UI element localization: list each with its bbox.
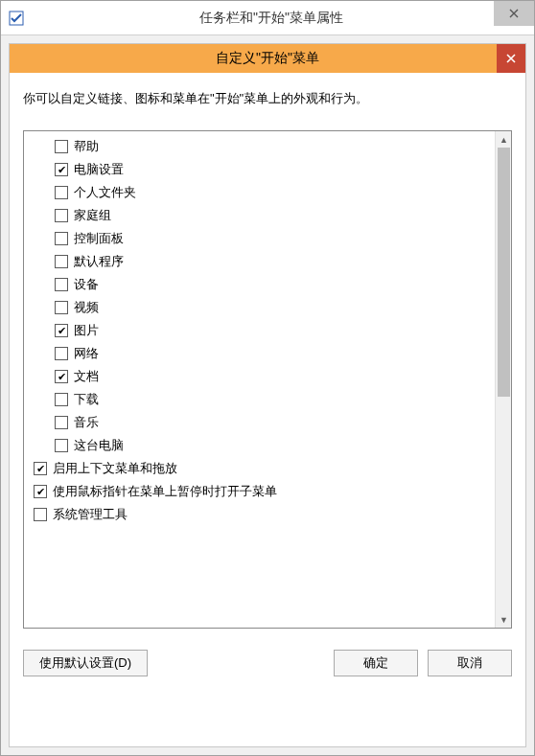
list-item-label: 控制面板 <box>74 230 124 247</box>
checkbox[interactable] <box>55 370 68 383</box>
outer-titlebar: 任务栏和"开始"菜单属性 <box>1 1 534 35</box>
list-item[interactable]: 帮助 <box>26 135 493 158</box>
list-item[interactable]: 下载 <box>26 388 493 411</box>
checkbox[interactable] <box>55 324 68 337</box>
list-item-label: 电脑设置 <box>74 161 124 178</box>
checkbox[interactable] <box>34 485 47 498</box>
checkbox[interactable] <box>55 278 68 291</box>
inner-area: 自定义"开始"菜单 你可以自定义链接、图标和菜单在"开始"菜单上的外观和行为。 … <box>1 35 534 755</box>
list-item[interactable]: 电脑设置 <box>26 158 493 181</box>
checkbox[interactable] <box>55 416 68 429</box>
list-item-label: 下载 <box>74 391 99 408</box>
list-item-label: 家庭组 <box>74 207 111 224</box>
inner-close-button[interactable] <box>497 44 525 73</box>
list-item-label: 这台电脑 <box>74 437 124 454</box>
dialog-body: 你可以自定义链接、图标和菜单在"开始"菜单上的外观和行为。 帮助电脑设置个人文件… <box>10 73 525 746</box>
scroll-down-button[interactable]: ▼ <box>496 611 512 628</box>
use-defaults-button[interactable]: 使用默认设置(D) <box>23 650 148 676</box>
checkbox[interactable] <box>34 508 47 521</box>
checkbox[interactable] <box>55 347 68 360</box>
list-item[interactable]: 设备 <box>26 273 493 296</box>
list-item[interactable]: 使用鼠标指针在菜单上暂停时打开子菜单 <box>26 480 493 503</box>
list-item[interactable]: 视频 <box>26 296 493 319</box>
checkbox[interactable] <box>55 232 68 245</box>
checkbox[interactable] <box>55 255 68 268</box>
list-item[interactable]: 这台电脑 <box>26 434 493 457</box>
list-item-label: 音乐 <box>74 414 99 431</box>
listbox-content: 帮助电脑设置个人文件夹家庭组控制面板默认程序设备视频图片网络文档下载音乐这台电脑… <box>24 131 495 628</box>
list-item-label: 帮助 <box>74 138 99 155</box>
list-item-label: 视频 <box>74 299 99 316</box>
scroll-thumb[interactable] <box>498 148 510 397</box>
inner-titlebar: 自定义"开始"菜单 <box>10 44 525 73</box>
list-item[interactable]: 启用上下文菜单和拖放 <box>26 457 493 480</box>
close-icon <box>509 9 519 18</box>
outer-dialog: 任务栏和"开始"菜单属性 自定义"开始"菜单 你可以自定义链接、图标和菜单在"开… <box>0 0 535 756</box>
inner-dialog: 自定义"开始"菜单 你可以自定义链接、图标和菜单在"开始"菜单上的外观和行为。 … <box>9 43 526 747</box>
inner-title: 自定义"开始"菜单 <box>216 50 319 67</box>
list-item[interactable]: 音乐 <box>26 411 493 434</box>
checkbox[interactable] <box>55 186 68 199</box>
list-item-label: 设备 <box>74 276 99 293</box>
ok-button[interactable]: 确定 <box>334 650 418 676</box>
list-item[interactable]: 个人文件夹 <box>26 181 493 204</box>
list-item[interactable]: 网络 <box>26 342 493 365</box>
cancel-button[interactable]: 取消 <box>428 650 512 676</box>
list-item-label: 个人文件夹 <box>74 184 136 201</box>
outer-title: 任务栏和"开始"菜单属性 <box>9 10 534 27</box>
options-listbox: 帮助电脑设置个人文件夹家庭组控制面板默认程序设备视频图片网络文档下载音乐这台电脑… <box>23 130 512 629</box>
checkbox[interactable] <box>55 393 68 406</box>
button-row: 使用默认设置(D) 确定 取消 <box>23 650 512 676</box>
list-item[interactable]: 文档 <box>26 365 493 388</box>
list-item-label: 系统管理工具 <box>53 506 128 523</box>
checkbox[interactable] <box>34 462 47 475</box>
list-item[interactable]: 控制面板 <box>26 227 493 250</box>
close-icon <box>506 54 516 63</box>
list-item-label: 文档 <box>74 368 99 385</box>
checkbox[interactable] <box>55 140 68 153</box>
list-item[interactable]: 系统管理工具 <box>26 503 493 526</box>
list-item[interactable]: 默认程序 <box>26 250 493 273</box>
checkbox[interactable] <box>55 301 68 314</box>
list-item-label: 网络 <box>74 345 99 362</box>
scroll-up-button[interactable]: ▲ <box>496 131 512 148</box>
checkbox[interactable] <box>55 209 68 222</box>
list-item-label: 启用上下文菜单和拖放 <box>53 460 177 477</box>
button-row-right: 确定 取消 <box>334 650 512 676</box>
outer-close-button[interactable] <box>494 1 534 26</box>
list-item[interactable]: 家庭组 <box>26 204 493 227</box>
list-item-label: 使用鼠标指针在菜单上暂停时打开子菜单 <box>53 483 277 500</box>
scrollbar[interactable]: ▲ ▼ <box>495 131 511 628</box>
checkbox[interactable] <box>55 439 68 452</box>
list-item-label: 图片 <box>74 322 99 339</box>
list-item-label: 默认程序 <box>74 253 124 270</box>
checkbox[interactable] <box>55 163 68 176</box>
description-text: 你可以自定义链接、图标和菜单在"开始"菜单上的外观和行为。 <box>23 90 512 107</box>
list-item[interactable]: 图片 <box>26 319 493 342</box>
